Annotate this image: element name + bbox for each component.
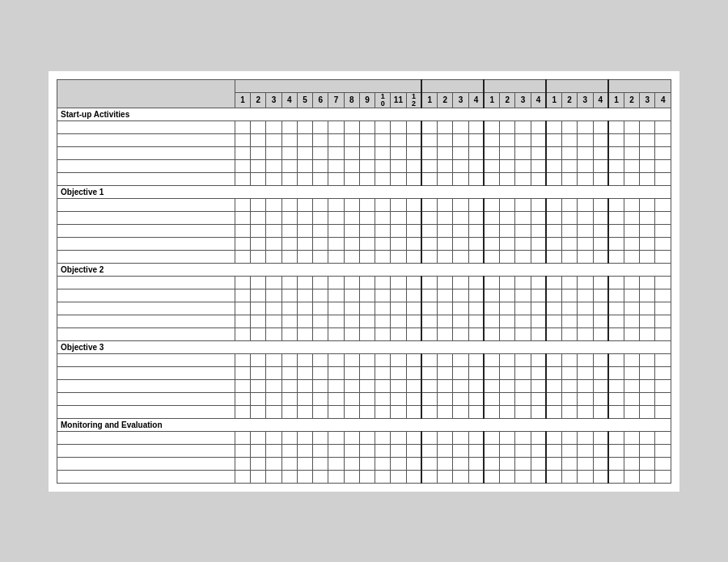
section-label-0: Start-up Activities <box>57 108 671 120</box>
month-4: 4 <box>281 92 297 108</box>
gantt-chart-container: 1 2 3 4 5 6 7 8 9 10 11 12 1 2 3 4 1 2 <box>49 71 679 492</box>
year3-header <box>484 79 546 92</box>
data-row <box>57 146 671 159</box>
section-label-4: Monitoring and Evaluation <box>57 418 671 431</box>
data-row <box>57 302 671 315</box>
data-row <box>57 470 671 483</box>
y4-q2: 2 <box>562 92 578 108</box>
month-2: 2 <box>251 92 266 108</box>
section-title-1: Objective 1 <box>57 185 671 198</box>
gantt-table: 1 2 3 4 5 6 7 8 9 10 11 12 1 2 3 4 1 2 <box>57 79 671 484</box>
data-row <box>57 172 671 185</box>
data-row <box>57 224 671 237</box>
y3-q2: 2 <box>500 92 515 108</box>
y5-q1: 1 <box>608 92 624 108</box>
y2-q2: 2 <box>438 92 453 108</box>
y2-q1: 1 <box>421 92 437 108</box>
data-row <box>57 457 671 470</box>
data-row <box>57 211 671 224</box>
data-row <box>57 250 671 263</box>
data-row <box>57 198 671 211</box>
data-row <box>57 327 671 340</box>
section-label-2: Objective 2 <box>57 263 671 276</box>
month-1: 1 <box>235 92 250 108</box>
section-label-1: Objective 1 <box>57 185 671 198</box>
month-9: 9 <box>359 92 375 108</box>
y5-q2: 2 <box>624 92 639 108</box>
data-row <box>57 392 671 405</box>
data-row <box>57 366 671 379</box>
activity-header <box>57 79 235 108</box>
section-title-0: Start-up Activities <box>57 108 671 120</box>
y3-q4: 4 <box>531 92 546 108</box>
data-row <box>57 431 671 444</box>
y3-q3: 3 <box>515 92 531 108</box>
month-6: 6 <box>313 92 328 108</box>
data-row <box>57 159 671 172</box>
year2-header <box>421 79 484 92</box>
y4-q1: 1 <box>546 92 561 108</box>
y3-q1: 1 <box>484 92 499 108</box>
data-row <box>57 379 671 392</box>
data-row <box>57 353 671 366</box>
data-row <box>57 237 671 250</box>
data-row <box>57 289 671 302</box>
section-title-4: Monitoring and Evaluation <box>57 418 671 431</box>
y4-q4: 4 <box>593 92 608 108</box>
section-label-3: Objective 3 <box>57 340 671 353</box>
month-10: 10 <box>375 92 391 108</box>
section-title-3: Objective 3 <box>57 340 671 353</box>
section-title-2: Objective 2 <box>57 263 671 276</box>
year5-header <box>608 79 671 92</box>
y4-q3: 3 <box>578 92 593 108</box>
data-row <box>57 315 671 327</box>
data-row <box>57 276 671 289</box>
header-row-1 <box>57 79 671 92</box>
data-row <box>57 405 671 418</box>
year1-header <box>235 79 421 92</box>
data-row <box>57 120 671 133</box>
table-body: Start-up ActivitiesObjective 1Objective … <box>57 108 671 483</box>
month-12: 12 <box>406 92 421 108</box>
month-5: 5 <box>297 92 312 108</box>
y5-q4: 4 <box>655 92 671 108</box>
y2-q3: 3 <box>453 92 468 108</box>
data-row <box>57 133 671 146</box>
month-7: 7 <box>328 92 344 108</box>
month-11: 11 <box>391 92 406 108</box>
month-3: 3 <box>266 92 281 108</box>
data-row <box>57 444 671 457</box>
y5-q3: 3 <box>640 92 655 108</box>
y2-q4: 4 <box>468 92 484 108</box>
year4-header <box>546 79 608 92</box>
month-8: 8 <box>344 92 359 108</box>
